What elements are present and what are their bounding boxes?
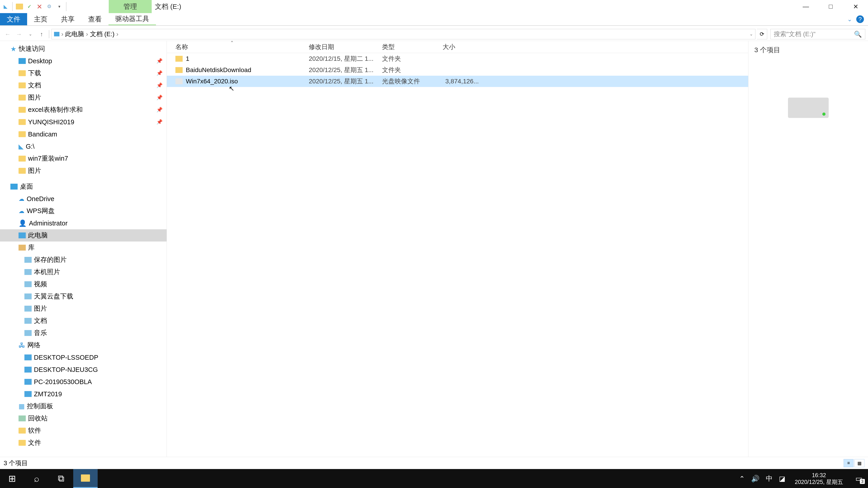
library-item-icon xyxy=(24,293,32,299)
tray-ime-indicator[interactable]: 中 xyxy=(766,474,773,483)
tree-pc3[interactable]: PC-20190530OBLA xyxy=(0,376,166,388)
tree-libraries[interactable]: 库 xyxy=(0,241,166,254)
tree-label: 本机照片 xyxy=(34,267,60,276)
tab-home[interactable]: 主页 xyxy=(27,13,54,25)
file-row[interactable]: BaiduNetdiskDownload2020/12/25, 星期五 1...… xyxy=(167,64,748,76)
taskbar-explorer[interactable] xyxy=(73,469,98,488)
column-size[interactable]: 大小 xyxy=(442,43,479,51)
tree-label: 下载 xyxy=(28,69,41,78)
tree-documents[interactable]: 文档📌 xyxy=(0,79,166,92)
tree-videos[interactable]: 视频 xyxy=(0,278,166,290)
close-button[interactable]: ✕ xyxy=(843,0,868,13)
tree-label: ZMT2019 xyxy=(34,390,62,398)
column-date[interactable]: 修改日期 xyxy=(309,43,382,51)
tree-downloads[interactable]: 下载📌 xyxy=(0,67,166,79)
help-icon[interactable]: ? xyxy=(856,15,864,23)
nav-back-button[interactable]: ← xyxy=(3,29,13,39)
tab-view[interactable]: 查看 xyxy=(81,13,108,25)
tray-volume-icon[interactable]: 🔊 xyxy=(751,475,760,483)
qat-check-icon[interactable]: ✓ xyxy=(25,2,33,11)
qat-folder-icon[interactable] xyxy=(16,2,24,11)
tree-pictures2[interactable]: 图片 xyxy=(0,165,166,177)
tab-share[interactable]: 共享 xyxy=(54,13,81,25)
start-button[interactable]: ⊞ xyxy=(0,469,24,488)
library-icon xyxy=(19,245,26,251)
tree-files[interactable]: 文件 xyxy=(0,437,166,449)
column-name[interactable]: 名称 xyxy=(176,43,309,51)
task-view-button[interactable]: ⧉ xyxy=(49,469,73,488)
breadcrumb[interactable]: › 此电脑 › 文档 (E:) › ⌄ xyxy=(52,29,755,39)
tray-clock[interactable]: 16:32 2020/12/25, 星期五 xyxy=(792,472,846,485)
desktop-icon xyxy=(10,184,18,190)
tree-this-pc[interactable]: 此电脑 xyxy=(0,229,166,241)
window-controls: — □ ✕ xyxy=(794,0,868,13)
tree-network[interactable]: 🖧网络 xyxy=(0,339,166,351)
tree-software[interactable]: 软件 xyxy=(0,424,166,437)
file-list: ⌃ 名称 修改日期 类型 大小 12020/12/15, 星期二 1...文件夹… xyxy=(167,41,748,457)
crumb-this-pc[interactable]: 此电脑 xyxy=(65,30,84,38)
chevron-right-icon[interactable]: › xyxy=(61,31,63,38)
tree-desktop2[interactable]: 桌面 xyxy=(0,181,166,193)
pin-icon: 📌 xyxy=(156,58,162,64)
view-details-button[interactable]: ≡ xyxy=(844,459,854,467)
tab-drive-tools[interactable]: 驱动器工具 xyxy=(108,13,156,25)
tree-saved-pics[interactable]: 保存的图片 xyxy=(0,254,166,266)
nav-recent-dropdown[interactable]: ⌄ xyxy=(25,29,35,39)
tree-gdrive[interactable]: ◣G:\ xyxy=(0,140,166,153)
tree-documents2[interactable]: 文档 xyxy=(0,315,166,327)
search-button[interactable]: ⌕ xyxy=(24,469,49,488)
tree-wps[interactable]: ☁WPS网盘 xyxy=(0,205,166,217)
tree-pictures[interactable]: 图片📌 xyxy=(0,92,166,104)
tree-tianyi[interactable]: 天翼云盘下载 xyxy=(0,290,166,302)
tree-quick-access[interactable]: ★快速访问 xyxy=(0,43,166,55)
qat-dropdown-icon[interactable]: ▾ xyxy=(55,2,63,11)
refresh-button[interactable]: ⟳ xyxy=(757,29,767,39)
chevron-right-icon[interactable]: › xyxy=(116,31,119,38)
notifications-button[interactable]: ▭ 3 xyxy=(852,472,865,485)
column-type[interactable]: 类型 xyxy=(382,43,442,51)
tree-pc2[interactable]: DESKTOP-NJEU3CG xyxy=(0,363,166,376)
address-dropdown-icon[interactable]: ⌄ xyxy=(749,32,753,37)
tree-excel[interactable]: excel表格制作求和📌 xyxy=(0,104,166,116)
tree-recycle[interactable]: 回收站 xyxy=(0,412,166,424)
ribbon-expand-icon[interactable]: ⌄ xyxy=(847,16,852,23)
tree-label: Bandicam xyxy=(28,131,57,138)
control-panel-icon: ▦ xyxy=(19,402,25,410)
tree-pictures3[interactable]: 图片 xyxy=(0,302,166,315)
tree-pc4[interactable]: ZMT2019 xyxy=(0,388,166,400)
preview-pane: 3 个项目 xyxy=(748,41,868,457)
app-icon[interactable]: ◣ xyxy=(1,2,9,11)
context-tab-manage[interactable]: 管理 xyxy=(109,0,152,13)
folder-icon xyxy=(176,67,183,73)
search-input[interactable]: 搜索"文档 (E:)" 🔍 xyxy=(770,29,865,39)
tree-pc1[interactable]: DESKTOP-LSSOEDP xyxy=(0,351,166,363)
file-row[interactable]: Win7x64_2020.iso2020/12/25, 星期五 1...光盘映像… xyxy=(167,76,748,87)
tree-control-panel[interactable]: ▦控制面板 xyxy=(0,400,166,412)
tree-yunqishi[interactable]: YUNQISHI2019📌 xyxy=(0,116,166,128)
tree-desktop[interactable]: Desktop📌 xyxy=(0,55,166,67)
tree-win7reinstall[interactable]: win7重装win7 xyxy=(0,153,166,165)
folder-icon xyxy=(19,83,26,88)
minimize-button[interactable]: — xyxy=(794,0,818,13)
view-icons-button[interactable]: ▦ xyxy=(855,459,864,467)
tray-chevron-up-icon[interactable]: ⌃ xyxy=(739,475,745,483)
tree-bandicam[interactable]: Bandicam xyxy=(0,128,166,140)
qat-close-icon[interactable]: ✕ xyxy=(35,2,43,11)
tree-label: 图片 xyxy=(28,93,41,102)
qat-gear-icon[interactable]: ⚙ xyxy=(45,2,53,11)
tree-music[interactable]: 音乐 xyxy=(0,327,166,339)
maximize-button[interactable]: □ xyxy=(818,0,843,13)
tree-onedrive[interactable]: ☁OneDrive xyxy=(0,193,166,205)
tree-local-photos[interactable]: 本机照片 xyxy=(0,266,166,278)
crumb-location[interactable]: 文档 (E:) xyxy=(90,30,115,38)
tray-security-icon[interactable]: ◪ xyxy=(779,475,785,483)
tree-administrator[interactable]: 👤Administrator xyxy=(0,217,166,229)
system-tray: ⌃ 🔊 中 ◪ 16:32 2020/12/25, 星期五 ▭ 3 xyxy=(739,469,868,488)
file-rows: 12020/12/15, 星期二 1...文件夹BaiduNetdiskDown… xyxy=(167,53,748,87)
tab-file[interactable]: 文件 xyxy=(0,13,27,25)
nav-forward-button[interactable]: → xyxy=(14,29,24,39)
chevron-right-icon[interactable]: › xyxy=(86,31,88,38)
nav-up-button[interactable]: ↑ xyxy=(37,29,46,39)
file-row[interactable]: 12020/12/15, 星期二 1...文件夹 xyxy=(167,53,748,64)
search-icon[interactable]: 🔍 xyxy=(854,31,862,38)
